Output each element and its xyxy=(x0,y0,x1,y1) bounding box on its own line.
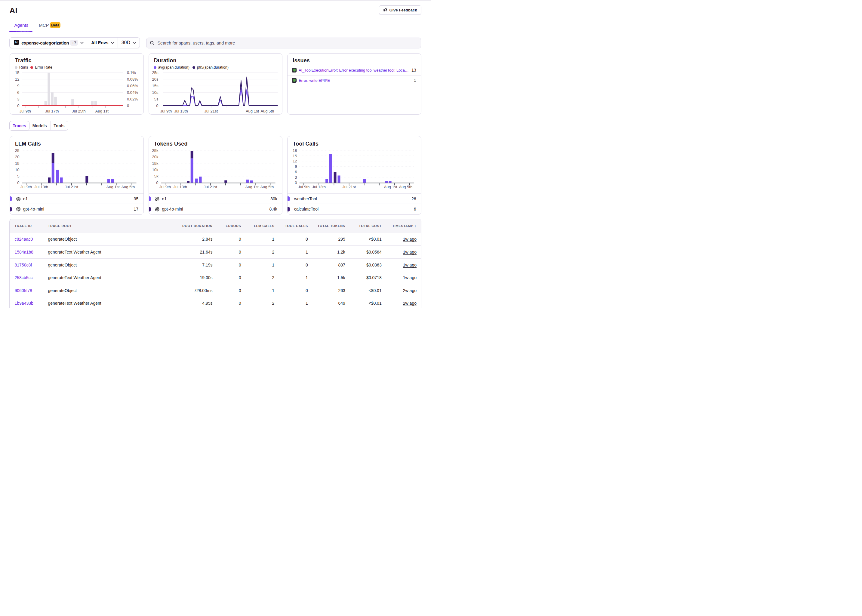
svg-text:0.08%: 0.08% xyxy=(127,77,138,82)
svg-text:12: 12 xyxy=(293,159,297,163)
svg-text:15: 15 xyxy=(15,71,19,75)
svg-text:20k: 20k xyxy=(152,155,158,159)
svg-text:0: 0 xyxy=(17,104,19,108)
svg-text:20s: 20s xyxy=(152,77,158,82)
svg-text:10s: 10s xyxy=(152,90,158,95)
svg-text:20: 20 xyxy=(15,155,19,159)
svg-text:5s: 5s xyxy=(154,97,158,101)
svg-text:9: 9 xyxy=(295,164,297,169)
svg-text:Jul 9th: Jul 9th xyxy=(20,185,32,189)
svg-text:0: 0 xyxy=(156,104,158,108)
svg-text:10: 10 xyxy=(15,168,19,172)
svg-text:10k: 10k xyxy=(152,168,158,172)
svg-text:N: N xyxy=(15,40,18,44)
svg-text:Jul 9th: Jul 9th xyxy=(160,109,172,113)
svg-text:Jul 13th: Jul 13th xyxy=(312,185,326,189)
svg-text:15s: 15s xyxy=(152,83,158,88)
svg-text:0.06%: 0.06% xyxy=(127,83,138,88)
svg-text:18: 18 xyxy=(293,148,297,153)
svg-text:Aug 1st: Aug 1st xyxy=(95,109,108,113)
svg-text:Jul 21st: Jul 21st xyxy=(342,185,356,189)
svg-text:0: 0 xyxy=(295,181,297,185)
svg-text:3: 3 xyxy=(17,97,19,101)
svg-text:12: 12 xyxy=(15,77,19,82)
svg-text:Aug 1st: Aug 1st xyxy=(246,109,259,113)
svg-text:0: 0 xyxy=(17,181,19,185)
svg-text:25k: 25k xyxy=(152,148,158,153)
svg-text:Jul 13th: Jul 13th xyxy=(174,109,188,113)
svg-text:25s: 25s xyxy=(152,71,158,75)
svg-text:5: 5 xyxy=(17,174,19,178)
svg-text:Jul 21st: Jul 21st xyxy=(65,185,78,189)
svg-text:Jul 13th: Jul 13th xyxy=(173,185,187,189)
svg-text:15: 15 xyxy=(15,161,19,166)
svg-text:Jul 9th: Jul 9th xyxy=(20,109,31,113)
svg-text:0.02%: 0.02% xyxy=(127,97,138,101)
svg-text:0.1%: 0.1% xyxy=(127,71,136,75)
svg-text:25: 25 xyxy=(15,148,19,153)
svg-text:Aug 1st: Aug 1st xyxy=(107,185,120,189)
svg-text:0: 0 xyxy=(127,104,129,108)
svg-text:6: 6 xyxy=(295,170,297,174)
svg-text:Jul 9th: Jul 9th xyxy=(298,185,309,189)
svg-text:Aug 5th: Aug 5th xyxy=(260,185,274,189)
svg-text:Aug 5th: Aug 5th xyxy=(261,109,274,113)
svg-text:Jul 13th: Jul 13th xyxy=(34,185,48,189)
svg-text:Jul 17th: Jul 17th xyxy=(45,109,59,113)
svg-text:Aug 1st: Aug 1st xyxy=(384,185,397,189)
svg-text:15k: 15k xyxy=(152,161,158,166)
svg-text:Aug 5th: Aug 5th xyxy=(121,185,135,189)
svg-text:3: 3 xyxy=(295,175,297,179)
svg-text:Aug 5th: Aug 5th xyxy=(399,185,413,189)
svg-text:0.04%: 0.04% xyxy=(127,90,138,95)
svg-text:0: 0 xyxy=(156,181,158,185)
svg-text:Jul 21st: Jul 21st xyxy=(204,185,217,189)
svg-text:Jul 9th: Jul 9th xyxy=(159,185,171,189)
svg-text:6: 6 xyxy=(17,90,19,95)
svg-text:Jul 25th: Jul 25th xyxy=(72,109,86,113)
svg-text:Jul 21st: Jul 21st xyxy=(204,109,218,113)
svg-text:Aug 1st: Aug 1st xyxy=(245,185,258,189)
svg-text:15: 15 xyxy=(293,154,297,158)
svg-text:5k: 5k xyxy=(154,174,158,178)
svg-text:9: 9 xyxy=(17,83,19,88)
